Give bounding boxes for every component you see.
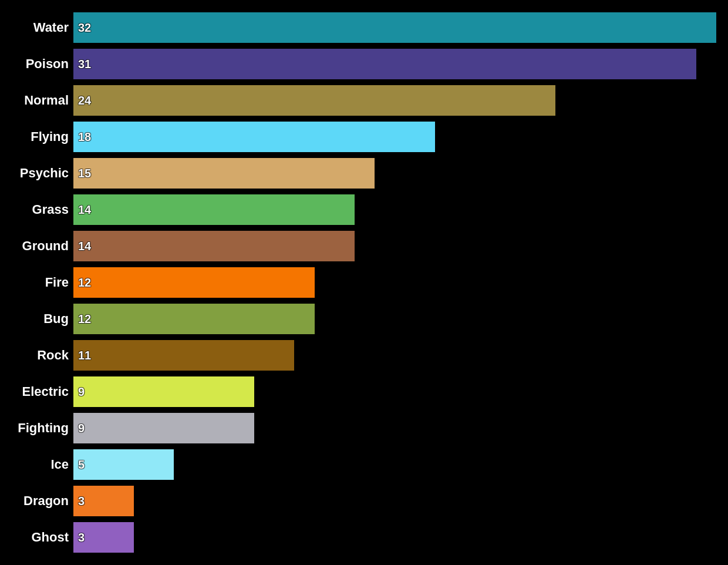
- bar-wrap: 18: [73, 122, 716, 152]
- bar: 12: [73, 304, 315, 334]
- bar-value: 18: [78, 130, 91, 144]
- bar-row: Ice5: [0, 448, 716, 482]
- bar-value: 9: [78, 385, 85, 399]
- bar-wrap: 15: [73, 158, 716, 189]
- bar-wrap: 14: [73, 231, 716, 261]
- bar-row: Psychic15: [0, 156, 716, 190]
- bar-row: Normal24: [0, 83, 716, 117]
- bar: 31: [73, 49, 696, 79]
- bar-wrap: 12: [73, 304, 716, 334]
- bar-wrap: 5: [73, 449, 716, 480]
- bar: 5: [73, 449, 174, 480]
- bar-value: 15: [78, 167, 91, 180]
- bar-wrap: 9: [73, 376, 716, 407]
- bar: 9: [73, 376, 254, 407]
- bar-row: Poison31: [0, 47, 716, 81]
- bar: 24: [73, 85, 555, 116]
- bar-wrap: 14: [73, 194, 716, 225]
- bar-row: Rock11: [0, 338, 716, 372]
- bar-row: Flying18: [0, 120, 716, 154]
- bar: 12: [73, 267, 315, 298]
- bar-label: Flying: [0, 129, 73, 144]
- bar-label: Ice: [0, 457, 73, 472]
- bar-row: Ghost3: [0, 520, 716, 554]
- bar-wrap: 12: [73, 267, 716, 298]
- bar-value: 24: [78, 94, 91, 107]
- bar-row: Grass14: [0, 193, 716, 227]
- bar-value: 5: [78, 458, 85, 472]
- bar-wrap: 32: [73, 12, 716, 43]
- bar-wrap: 11: [73, 340, 716, 371]
- bar-label: Dragon: [0, 493, 73, 509]
- bar-value: 3: [78, 495, 85, 508]
- bar: 11: [73, 340, 294, 371]
- bar-value: 14: [78, 240, 91, 253]
- bar-wrap: 9: [73, 413, 716, 443]
- bar-label: Water: [0, 20, 73, 35]
- bar-value: 14: [78, 203, 91, 217]
- bar-value: 32: [78, 21, 91, 35]
- bar: 15: [73, 158, 375, 189]
- bar: 14: [73, 231, 355, 261]
- bar-row: Bug12: [0, 302, 716, 336]
- bar-label: Fighting: [0, 421, 73, 436]
- bar-row: Electric9: [0, 375, 716, 409]
- bar-label: Normal: [0, 93, 73, 108]
- chart-container: Water32Poison31Normal24Flying18Psychic15…: [0, 0, 728, 565]
- bar: 3: [73, 522, 134, 553]
- bar: 9: [73, 413, 254, 443]
- bar: 32: [73, 12, 716, 43]
- bar-wrap: 24: [73, 85, 716, 116]
- bar: 3: [73, 486, 134, 516]
- bar-wrap: 31: [73, 49, 716, 79]
- bar-value: 9: [78, 422, 85, 435]
- bar-value: 12: [78, 276, 91, 290]
- bar-label: Electric: [0, 384, 73, 399]
- bar-row: Dragon3: [0, 484, 716, 518]
- bar-value: 3: [78, 531, 85, 544]
- bar-label: Poison: [0, 56, 73, 72]
- bar-label: Fire: [0, 275, 73, 290]
- bar-value: 12: [78, 312, 91, 326]
- bar-wrap: 3: [73, 522, 716, 553]
- bar-value: 31: [78, 58, 91, 71]
- bar-label: Grass: [0, 202, 73, 217]
- bar-value: 11: [78, 349, 91, 362]
- bar-label: Ghost: [0, 530, 73, 545]
- bar-wrap: 3: [73, 486, 716, 516]
- bar-row: Fire12: [0, 265, 716, 300]
- bar-label: Ground: [0, 238, 73, 254]
- bar-label: Rock: [0, 348, 73, 363]
- bar-label: Bug: [0, 311, 73, 327]
- bar-row: Fighting9: [0, 411, 716, 445]
- bar: 14: [73, 194, 355, 225]
- bar: 18: [73, 122, 435, 152]
- bar-label: Psychic: [0, 166, 73, 181]
- bar-row: Water32: [0, 11, 716, 45]
- bar-row: Ground14: [0, 229, 716, 263]
